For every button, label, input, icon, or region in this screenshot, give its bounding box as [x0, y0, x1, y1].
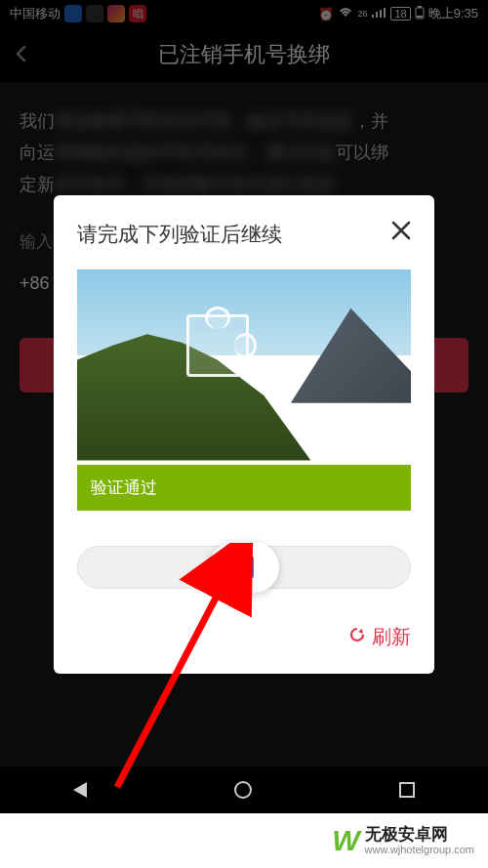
close-button[interactable] [389, 219, 413, 244]
watermark-url: www.wjhotelgroup.com [365, 844, 475, 855]
watermark: W 无极安卓网 www.wjhotelgroup.com [0, 813, 488, 868]
watermark-brand: 无极安卓网 [365, 826, 475, 845]
captcha-success-banner: 验证通过 [77, 465, 411, 511]
captcha-dialog: 请完成下列验证后继续 验证通过 刷新 [54, 195, 434, 674]
puzzle-piece-icon [186, 314, 249, 377]
nav-recent-icon[interactable] [399, 782, 415, 798]
nav-home-icon[interactable] [234, 781, 252, 799]
refresh-label: 刷新 [372, 624, 411, 650]
refresh-icon [348, 626, 366, 648]
captcha-slider-handle[interactable] [209, 542, 279, 593]
captcha-refresh[interactable]: 刷新 [77, 624, 411, 650]
captcha-image [77, 269, 411, 465]
captcha-slider-track[interactable] [77, 546, 411, 589]
watermark-logo-icon: W [332, 824, 356, 857]
nav-back-icon[interactable] [73, 782, 87, 798]
android-nav-bar [0, 766, 488, 813]
modal-overlay: 请完成下列验证后继续 验证通过 刷新 [0, 0, 488, 868]
captcha-title: 请完成下列验证后继续 [77, 221, 411, 248]
